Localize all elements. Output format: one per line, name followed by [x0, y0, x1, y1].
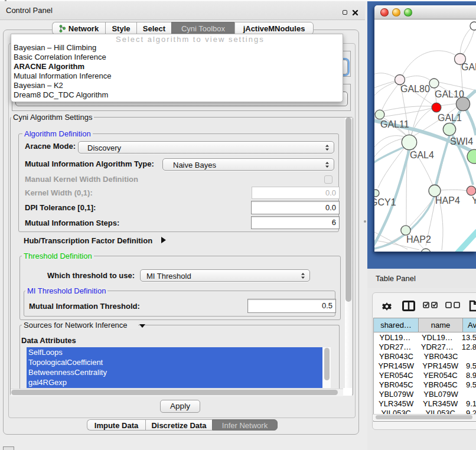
- svg-text:GAL1: GAL1: [438, 113, 462, 123]
- svg-text:GAL80: GAL80: [400, 84, 430, 94]
- svg-text:YLR: YLR: [472, 195, 476, 206]
- svg-text:HAP2: HAP2: [406, 234, 431, 244]
- svg-text:GCY1: GCY1: [374, 197, 396, 207]
- svg-text:GAL7: GAL7: [461, 62, 476, 72]
- svg-text:GAL11: GAL11: [380, 119, 409, 129]
- svg-text:GAL10: GAL10: [435, 89, 464, 99]
- svg-text:GAL4: GAL4: [410, 150, 434, 160]
- svg-text:SWI4: SWI4: [450, 136, 473, 146]
- svg-text:HAP4: HAP4: [435, 195, 460, 206]
